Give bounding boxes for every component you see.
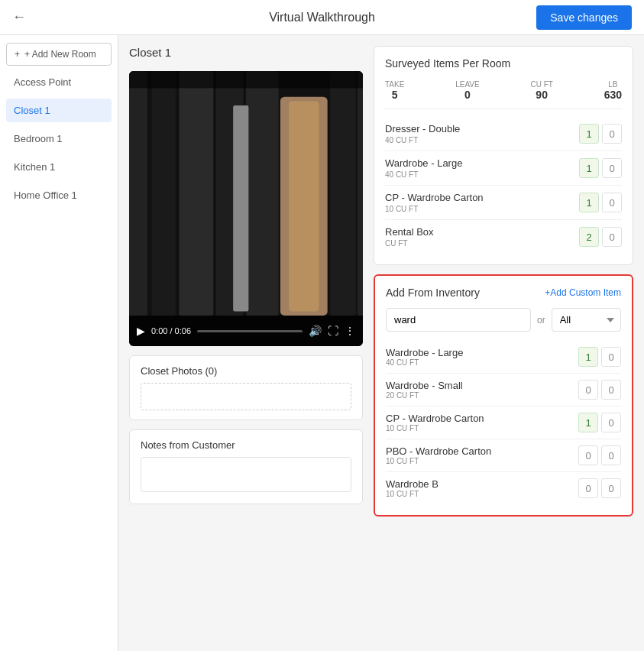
content-area: Closet 1 [118,35,644,651]
inv-take-btn-0[interactable]: 1 [578,347,598,367]
svg-rect-3 [179,71,213,316]
notes-title: Notes from Customer [141,439,351,451]
stat-take-label: TAKE [385,80,404,89]
stat-leave: LEAVE 0 [455,80,480,101]
surveyed-item-1: Wardrobe - Large40 CU FT 1 0 [385,151,622,186]
right-panel: Surveyed Items Per Room TAKE 5 LEAVE 0 C… [374,46,633,640]
header: ← Virtual Walkthrough Save changes [0,0,644,35]
svg-rect-1 [129,71,147,316]
inv-leave-btn-2[interactable]: 0 [601,413,621,432]
save-button[interactable]: Save changes [536,5,632,30]
svg-rect-10 [129,71,363,88]
counter-group-3: 2 0 [579,227,622,247]
photos-dropzone[interactable] [141,383,351,410]
surveyed-item-3: Rental BoxCU FT 2 0 [385,220,622,254]
volume-button[interactable]: 🔊 [309,325,322,337]
inv-take-btn-2[interactable]: 1 [578,413,598,432]
closet-visual [129,71,363,316]
sidebar-item-home-office-1[interactable]: Home Office 1 [6,183,112,207]
stat-cuft: CU FT 90 [530,80,552,101]
middle-panel: Closet 1 [129,46,363,640]
play-button[interactable]: ▶ [137,325,145,337]
stat-leave-value: 0 [464,89,471,101]
sidebar-item-bedroom-1[interactable]: Bedroom 1 [6,127,112,151]
inv-take-btn-3[interactable]: 0 [578,445,598,465]
svg-rect-9 [358,71,363,316]
take-btn-1[interactable]: 1 [579,158,599,178]
photos-title: Closet Photos (0) [141,365,351,377]
add-room-label: + Add New Room [24,49,96,60]
sidebar: + + Add New Room Access Point Closet 1 B… [0,35,118,651]
take-btn-3[interactable]: 2 [579,227,599,247]
take-btn-0[interactable]: 1 [579,124,599,144]
surveyed-item-2: CP - Wardrobe Carton10 CU FT 1 0 [385,186,622,220]
sidebar-item-access-point[interactable]: Access Point [6,70,112,94]
svg-rect-8 [330,71,356,316]
stat-leave-label: LEAVE [455,80,480,89]
stats-row: TAKE 5 LEAVE 0 CU FT 90 LB 630 [385,77,622,109]
counter-group-2: 1 0 [579,193,622,212]
fullscreen-button[interactable]: ⛶ [328,325,338,337]
more-button[interactable]: ⋮ [345,325,355,337]
room-title: Closet 1 [129,46,363,59]
inv-take-btn-1[interactable]: 0 [578,380,598,400]
leave-btn-2[interactable]: 0 [602,193,622,212]
leave-btn-1[interactable]: 0 [602,158,622,178]
inventory-search-input[interactable] [386,308,531,332]
inventory-card: Add From Inventory +Add Custom Item or A… [374,274,633,517]
video-container: ▶ 0:00 / 0:06 🔊 ⛶ ⋮ [129,71,363,346]
inv-leave-btn-0[interactable]: 0 [601,347,621,367]
video-progress[interactable] [197,330,303,332]
svg-rect-2 [151,71,175,316]
inventory-title: Add From Inventory [386,287,480,299]
main-layout: + + Add New Room Access Point Closet 1 B… [0,35,644,651]
stat-take-value: 5 [392,89,398,101]
svg-rect-5 [246,71,279,316]
plus-icon: + [15,49,20,60]
surveyed-item-0: Dresser - Double40 CU FT 1 0 [385,117,622,151]
add-custom-link[interactable]: +Add Custom Item [545,287,621,298]
inventory-header: Add From Inventory +Add Custom Item [386,287,621,299]
video-overlay [129,71,363,316]
stat-lb-value: 630 [604,89,622,101]
sidebar-item-closet-1[interactable]: Closet 1 [6,99,112,122]
svg-rect-11 [233,105,248,311]
counter-group-1: 1 0 [579,158,622,178]
counter-group-0: 1 0 [579,124,622,144]
page-title: Virtual Walkthrough [269,11,375,24]
inv-item-3: PBO - Wardrobe Carton 10 CU FT 0 0 [386,439,621,472]
video-controls: ▶ 0:00 / 0:06 🔊 ⛶ ⋮ [129,316,363,346]
svg-rect-7 [289,101,319,311]
leave-btn-0[interactable]: 0 [602,124,622,144]
inv-take-btn-4[interactable]: 0 [578,478,598,498]
add-room-button[interactable]: + + Add New Room [6,43,112,66]
inv-item-0: Wardrobe - Large 40 CU FT 1 0 [386,341,621,374]
notes-input[interactable] [141,457,351,492]
or-label: or [537,315,545,326]
stat-cuft-label: CU FT [530,80,552,89]
stat-lb: LB 630 [604,80,622,101]
notes-section: Notes from Customer [129,429,363,504]
stat-take: TAKE 5 [385,80,404,101]
inv-leave-btn-3[interactable]: 0 [601,445,621,465]
video-time: 0:00 / 0:06 [151,326,191,335]
inv-item-4: Wardrobe B 10 CU FT 0 0 [386,472,621,504]
inv-item-2: CP - Wardrobe Carton 10 CU FT 1 0 [386,406,621,439]
back-button[interactable]: ← [12,9,26,25]
inv-leave-btn-4[interactable]: 0 [601,478,621,498]
leave-btn-3[interactable]: 0 [602,227,622,247]
category-select[interactable]: All Bedroom Kitchen Office Living Room [552,308,621,332]
stat-lb-label: LB [608,80,617,89]
photos-section: Closet Photos (0) [129,355,363,420]
inv-item-1: Wardrobe - Small 20 CU FT 0 0 [386,374,621,406]
take-btn-2[interactable]: 1 [579,193,599,212]
search-row: or All Bedroom Kitchen Office Living Roo… [386,308,621,332]
sidebar-item-kitchen-1[interactable]: Kitchen 1 [6,155,112,179]
surveyed-title: Surveyed Items Per Room [385,57,622,70]
inv-leave-btn-1[interactable]: 0 [601,380,621,400]
stat-cuft-value: 90 [536,89,548,101]
surveyed-card: Surveyed Items Per Room TAKE 5 LEAVE 0 C… [374,46,633,265]
